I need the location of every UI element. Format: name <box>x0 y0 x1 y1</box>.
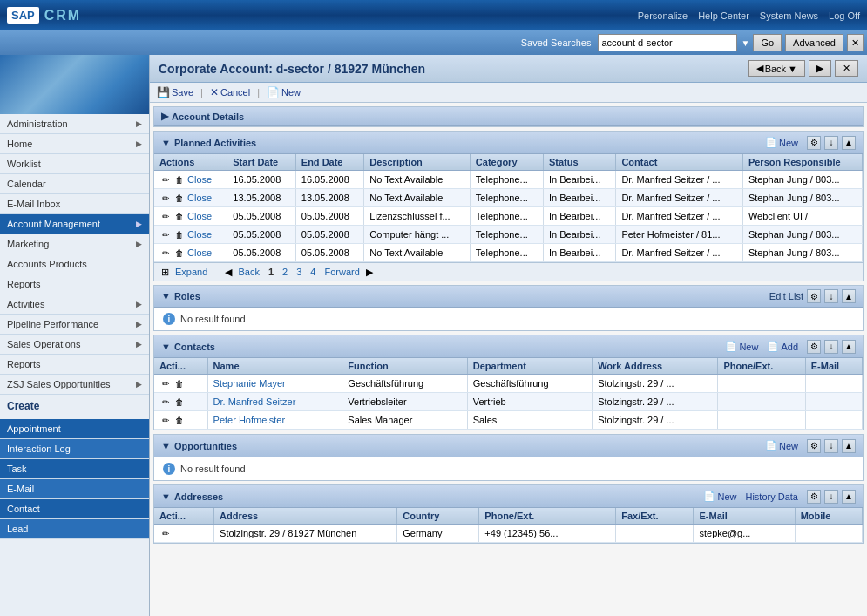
cell-name[interactable]: Dr. Manfred Seitzer <box>207 393 342 411</box>
pagination-back[interactable]: Back <box>235 266 261 278</box>
forward-button[interactable]: ▶ <box>809 60 831 77</box>
opps-export-icon[interactable]: ↓ <box>824 439 838 453</box>
system-news-link[interactable]: System News <box>760 10 818 21</box>
sidebar-item-calendar[interactable]: Calendar <box>0 174 149 194</box>
close-window-button[interactable]: ✕ <box>835 60 858 77</box>
delete-icon[interactable]: 🗑 <box>173 192 186 204</box>
delete-icon[interactable]: 🗑 <box>173 173 186 186</box>
create-contact[interactable]: Contact <box>0 499 149 519</box>
sidebar-item-zsj-sales[interactable]: ZSJ Sales Opportunities ▶ <box>0 375 149 395</box>
close-link[interactable]: Close <box>187 193 212 203</box>
cancel-button[interactable]: ✕ Cancel <box>210 86 250 98</box>
edit-icon[interactable]: ✏ <box>159 192 172 204</box>
edit-icon[interactable]: ✏ <box>159 396 172 408</box>
sidebar-item-administration[interactable]: Administration ▶ <box>0 114 149 134</box>
page-3[interactable]: 3 <box>294 266 304 278</box>
sidebar-item-home[interactable]: Home ▶ <box>0 134 149 154</box>
edit-list-btn[interactable]: Edit List <box>769 291 803 301</box>
edit-icon[interactable]: ✏ <box>159 210 172 222</box>
roles-config-icon[interactable]: ⚙ <box>807 289 821 303</box>
sidebar-item-pipeline-performance[interactable]: Pipeline Performance ▶ <box>0 315 149 335</box>
addr-config-icon[interactable]: ⚙ <box>807 490 821 504</box>
save-button[interactable]: 💾 Save <box>157 86 193 98</box>
edit-icon[interactable]: ✏ <box>159 228 172 240</box>
create-email[interactable]: E-Mail <box>0 479 149 499</box>
expand-link[interactable]: Expand <box>173 266 210 278</box>
addr-history-button[interactable]: History Data <box>745 491 798 502</box>
edit-icon[interactable]: ✏ <box>159 173 172 186</box>
delete-icon[interactable]: 🗑 <box>173 414 186 426</box>
edit-icon[interactable]: ✏ <box>159 414 172 426</box>
contacts-add-button[interactable]: 📄 Add <box>767 341 798 352</box>
page-4[interactable]: 4 <box>308 266 318 278</box>
delete-icon[interactable]: 🗑 <box>173 228 186 240</box>
contacts-config-icon[interactable]: ⚙ <box>807 340 821 354</box>
create-task[interactable]: Task <box>0 459 149 479</box>
planned-activities-new-button[interactable]: 📄 New <box>765 137 798 148</box>
create-appointment[interactable]: Appointment <box>0 419 149 439</box>
col-status: Status <box>543 154 615 171</box>
sidebar-item-reports-2[interactable]: Reports <box>0 355 149 375</box>
sidebar-item-sales-operations[interactable]: Sales Operations ▶ <box>0 335 149 355</box>
edit-icon[interactable]: ✏ <box>159 527 172 539</box>
delete-icon[interactable]: 🗑 <box>173 377 186 389</box>
opportunities-header[interactable]: ▼ Opportunities 📄 New ⚙ ↓ ▲ <box>154 435 863 457</box>
sidebar-item-marketing[interactable]: Marketing ▶ <box>0 234 149 254</box>
roles-collapse-icon[interactable]: ▲ <box>842 289 856 303</box>
delete-icon[interactable]: 🗑 <box>173 247 186 259</box>
close-button[interactable]: ✕ <box>847 34 864 51</box>
opps-new-button[interactable]: 📄 New <box>765 440 798 451</box>
personalize-link[interactable]: Personalize <box>638 10 688 21</box>
back-button[interactable]: ◀ Back ▼ <box>748 60 805 77</box>
sidebar-item-reports-1[interactable]: Reports <box>0 274 149 294</box>
opps-config-icon[interactable]: ⚙ <box>807 439 821 453</box>
contacts-export-icon[interactable]: ↓ <box>824 340 838 354</box>
addresses-header[interactable]: ▼ Addresses 📄 New History Data ⚙ ↓ <box>154 485 863 508</box>
account-details-header[interactable]: ▶ Account Details <box>154 107 863 126</box>
expand-btn[interactable]: ⊞ <box>161 267 169 278</box>
close-link[interactable]: Close <box>187 229 212 240</box>
addr-new-button[interactable]: 📄 New <box>703 491 736 502</box>
cell-name[interactable]: Stephanie Mayer <box>207 375 342 393</box>
sidebar-item-worklist[interactable]: Worklist <box>0 154 149 174</box>
roles-header[interactable]: ▼ Roles Edit List ⚙ ↓ ▲ <box>154 286 863 308</box>
sidebar-item-account-management[interactable]: Account Management ▶ <box>0 214 149 234</box>
sidebar-item-activities[interactable]: Activities ▶ <box>0 294 149 315</box>
sidebar-item-accounts-products[interactable]: Accounts Products <box>0 254 149 274</box>
section-export-icon[interactable]: ↓ <box>824 136 838 150</box>
contacts-collapse-icon[interactable]: ▲ <box>842 340 856 354</box>
section-collapse-icon[interactable]: ▲ <box>842 136 856 150</box>
addr-collapse-icon[interactable]: ▲ <box>842 490 856 504</box>
pagination-forward[interactable]: Forward <box>322 266 362 278</box>
page-2[interactable]: 2 <box>280 266 290 278</box>
addr-col-country: Country <box>397 508 479 525</box>
log-off-link[interactable]: Log Off <box>829 10 860 21</box>
section-config-icon[interactable]: ⚙ <box>807 136 821 150</box>
create-lead[interactable]: Lead <box>0 519 149 539</box>
create-interaction-log[interactable]: Interaction Log <box>0 439 149 459</box>
advanced-button[interactable]: Advanced <box>785 34 843 51</box>
roles-export-icon[interactable]: ↓ <box>824 289 838 303</box>
new-button[interactable]: 📄 New <box>267 86 301 98</box>
saved-searches-input[interactable] <box>598 34 737 51</box>
delete-icon[interactable]: 🗑 <box>173 210 186 222</box>
addr-export-icon[interactable]: ↓ <box>824 490 838 504</box>
page-1[interactable]: 1 <box>266 266 276 278</box>
planned-activities-header[interactable]: ▼ Planned Activities 📄 New ⚙ ↓ ▲ <box>154 132 863 154</box>
opps-collapse-icon[interactable]: ▲ <box>842 439 856 453</box>
go-button[interactable]: Go <box>753 34 782 51</box>
sidebar-item-email-inbox[interactable]: E-Mail Inbox <box>0 194 149 214</box>
close-link[interactable]: Close <box>187 174 212 185</box>
close-link[interactable]: Close <box>187 211 212 221</box>
delete-icon[interactable]: 🗑 <box>173 396 186 408</box>
contacts-header[interactable]: ▼ Contacts 📄 New 📄 Add ⚙ <box>154 335 863 358</box>
cell-end-date: 05.05.2008 <box>295 244 364 262</box>
edit-icon[interactable]: ✏ <box>159 377 172 389</box>
close-link[interactable]: Close <box>187 247 212 258</box>
dropdown-arrow-icon[interactable]: ▼ <box>741 38 749 48</box>
cell-name[interactable]: Peter Hofmeister <box>207 411 342 430</box>
contacts-new-button[interactable]: 📄 New <box>725 341 758 352</box>
edit-icon[interactable]: ✏ <box>159 247 172 259</box>
help-center-link[interactable]: Help Center <box>698 10 749 21</box>
back-dropdown-icon[interactable]: ▼ <box>788 64 797 74</box>
